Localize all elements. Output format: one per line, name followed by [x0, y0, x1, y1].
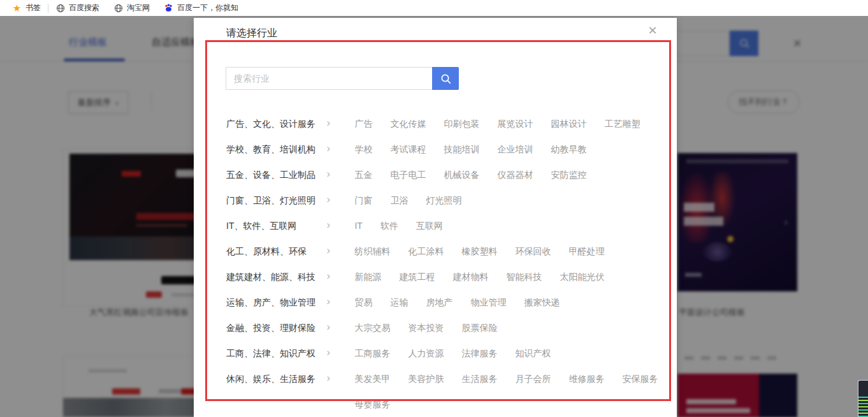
- industry-item[interactable]: 技能培训: [444, 136, 479, 162]
- industry-item[interactable]: 软件: [380, 213, 398, 238]
- industry-item[interactable]: 知识产权: [515, 340, 551, 366]
- scrollbar-minimap[interactable]: [858, 380, 868, 417]
- industry-item[interactable]: 文化传媒: [390, 111, 426, 136]
- category-items: 门窗卫浴灯光照明: [354, 187, 672, 213]
- industry-item[interactable]: 大宗交易: [354, 315, 390, 340]
- close-icon[interactable]: ✕: [645, 23, 660, 38]
- industry-item[interactable]: 新能源: [354, 264, 381, 289]
- bookmark-item[interactable]: ★书签: [5, 0, 48, 16]
- industry-item[interactable]: 电子电工: [390, 162, 426, 187]
- bookmarks-bar: ★书签百度搜索淘宝网百度一下，你就知: [0, 0, 868, 16]
- industry-item[interactable]: 安防监控: [551, 162, 586, 187]
- category-row: 建筑建材、能源、科技›新能源建筑工程建材物料智能科技太阳能光伏: [226, 264, 672, 289]
- industry-item[interactable]: 法律服务: [461, 340, 497, 366]
- industry-item[interactable]: 房地产: [426, 289, 452, 315]
- industry-item[interactable]: 维修服务: [568, 366, 604, 391]
- industry-item[interactable]: 园林设计: [551, 111, 586, 136]
- industry-item[interactable]: 母婴服务: [354, 391, 390, 417]
- category-row: 广告、文化、设计服务›广告文化传媒印刷包装展览设计园林设计工艺雕塑: [226, 111, 672, 136]
- industry-item[interactable]: 智能科技: [506, 264, 542, 289]
- category-label[interactable]: 运输、房产、物业管理: [226, 289, 327, 315]
- industry-item[interactable]: 企业培训: [497, 136, 533, 162]
- category-label[interactable]: IT、软件、互联网: [226, 213, 327, 238]
- industry-item[interactable]: 卫浴: [390, 187, 408, 213]
- industry-item[interactable]: 月子会所: [515, 366, 551, 391]
- industry-item[interactable]: 工商服务: [354, 340, 390, 366]
- modal-title: 请选择行业: [226, 27, 277, 40]
- category-items: 学校考试课程技能培训企业培训幼教早教: [354, 136, 672, 162]
- industry-item[interactable]: IT: [354, 213, 362, 238]
- industry-item[interactable]: 幼教早教: [551, 136, 586, 162]
- industry-item[interactable]: 广告: [354, 111, 372, 136]
- bookmark-item[interactable]: 淘宝网: [106, 0, 157, 16]
- industry-item[interactable]: 灯光照明: [426, 187, 461, 213]
- category-label[interactable]: 门窗、卫浴、灯光照明: [226, 187, 327, 213]
- industry-item[interactable]: 生活服务: [461, 366, 497, 391]
- category-row: 学校、教育、培训机构›学校考试课程技能培训企业培训幼教早教: [226, 136, 672, 162]
- category-label[interactable]: 广告、文化、设计服务: [226, 111, 327, 136]
- industry-item[interactable]: 股票保险: [461, 315, 497, 340]
- category-label[interactable]: 五金、设备、工业制品: [226, 162, 327, 187]
- industry-item[interactable]: 运输: [390, 289, 408, 315]
- chevron-right-icon: ›: [327, 289, 355, 314]
- industry-item[interactable]: 互联网: [416, 213, 443, 238]
- category-label[interactable]: 化工、原材料、环保: [226, 238, 327, 264]
- industry-item[interactable]: 人力资源: [408, 340, 444, 366]
- industry-item[interactable]: 门窗: [354, 187, 372, 213]
- chevron-right-icon: ›: [327, 238, 355, 263]
- baidu-paw-icon: [164, 3, 173, 13]
- industry-item[interactable]: 搬家快递: [524, 289, 560, 315]
- industry-item[interactable]: 物业管理: [470, 289, 506, 315]
- category-row: 休闲、娱乐、生活服务›美发美甲美容护肤生活服务月子会所维修服务安保服务母婴服务: [226, 366, 672, 417]
- industry-search-input[interactable]: [226, 67, 432, 90]
- category-row: IT、软件、互联网›IT软件互联网: [226, 213, 672, 238]
- globe-icon: [55, 3, 65, 13]
- industry-item[interactable]: 美容护肤: [408, 366, 444, 391]
- category-row: 门窗、卫浴、灯光照明›门窗卫浴灯光照明: [226, 187, 672, 213]
- industry-item[interactable]: 工艺雕塑: [604, 111, 640, 136]
- industry-item[interactable]: 仪器器材: [497, 162, 533, 187]
- category-label[interactable]: 学校、教育、培训机构: [226, 136, 327, 162]
- industry-item[interactable]: 纺织辅料: [354, 238, 390, 264]
- industry-item[interactable]: 考试课程: [390, 136, 426, 162]
- industry-item[interactable]: 五金: [354, 162, 372, 187]
- category-items: 大宗交易资本投资股票保险: [354, 315, 672, 340]
- industry-item[interactable]: 化工涂料: [408, 238, 444, 264]
- bookmark-label: 百度搜索: [69, 3, 99, 13]
- category-label[interactable]: 休闲、娱乐、生活服务: [226, 366, 327, 391]
- category-list: 广告、文化、设计服务›广告文化传媒印刷包装展览设计园林设计工艺雕塑学校、教育、培…: [226, 111, 672, 417]
- category-label[interactable]: 建筑建材、能源、科技: [226, 264, 327, 289]
- industry-search-button[interactable]: [432, 67, 459, 90]
- globe-icon: [113, 3, 123, 13]
- bookmark-item[interactable]: 百度一下，你就知: [157, 0, 245, 16]
- chevron-right-icon: ›: [327, 187, 355, 212]
- industry-item[interactable]: 建筑工程: [399, 264, 435, 289]
- industry-item[interactable]: 甲醛处理: [568, 238, 604, 264]
- category-items: 美发美甲美容护肤生活服务月子会所维修服务安保服务母婴服务: [354, 366, 672, 417]
- chevron-right-icon: ›: [327, 264, 355, 288]
- category-items: 新能源建筑工程建材物料智能科技太阳能光伏: [354, 264, 672, 289]
- industry-item[interactable]: 贸易: [354, 289, 372, 315]
- industry-item[interactable]: 环保回收: [515, 238, 551, 264]
- search-icon: [440, 73, 452, 85]
- category-items: 纺织辅料化工涂料橡胶塑料环保回收甲醛处理: [354, 238, 672, 264]
- industry-item[interactable]: 美发美甲: [354, 366, 390, 391]
- screen: ★书签百度搜索淘宝网百度一下，你就知 行业模板 自适应模板 最新排序∨ 找不到行…: [0, 0, 868, 417]
- industry-item[interactable]: 安保服务: [622, 366, 658, 391]
- industry-item[interactable]: 机械设备: [444, 162, 479, 187]
- bookmark-item[interactable]: 百度搜索: [48, 0, 106, 16]
- category-items: 工商服务人力资源法律服务知识产权: [354, 340, 672, 366]
- industry-item[interactable]: 学校: [354, 136, 372, 162]
- industry-item[interactable]: 橡胶塑料: [461, 238, 497, 264]
- industry-item[interactable]: 展览设计: [497, 111, 533, 136]
- bookmark-label: 百度一下，你就知: [177, 3, 238, 13]
- industry-item[interactable]: 印刷包装: [444, 111, 479, 136]
- industry-item[interactable]: 资本投资: [408, 315, 444, 340]
- industry-item[interactable]: 建材物料: [452, 264, 488, 289]
- category-label[interactable]: 金融、投资、理财保险: [226, 315, 327, 340]
- category-row: 工商、法律、知识产权›工商服务人力资源法律服务知识产权: [226, 340, 672, 366]
- category-items: 贸易运输房地产物业管理搬家快递: [354, 289, 672, 315]
- category-label[interactable]: 工商、法律、知识产权: [226, 340, 327, 366]
- industry-item[interactable]: 太阳能光伏: [560, 264, 604, 289]
- chevron-right-icon: ›: [327, 111, 355, 135]
